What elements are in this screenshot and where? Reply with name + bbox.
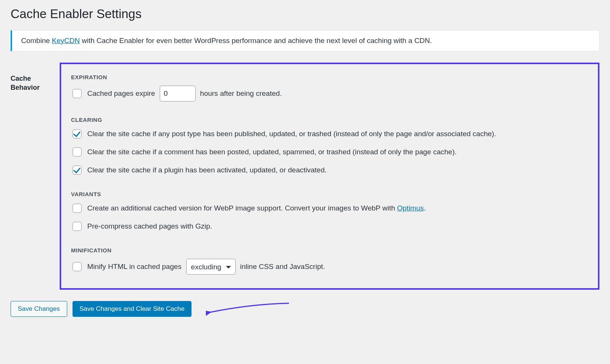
- variants-gzip-checkbox[interactable]: [73, 222, 82, 231]
- minification-heading: MINIFICATION: [71, 247, 588, 253]
- expiration-label-after: hours after being created.: [200, 89, 282, 99]
- optimus-link[interactable]: Optimus: [397, 204, 424, 212]
- variants-gzip-option: Pre-compress cached pages with Gzip.: [71, 221, 588, 232]
- clearing-plugin-checkbox[interactable]: [73, 166, 82, 175]
- variants-webp-checkbox[interactable]: [73, 204, 82, 213]
- variants-webp-label: Create an additional cached version for …: [87, 203, 426, 213]
- cache-behavior-row: Cache Behavior EXPIRATION Cached pages e…: [11, 63, 599, 290]
- clearing-plugin-label: Clear the site cache if a plugin has bee…: [87, 165, 327, 175]
- minification-select[interactable]: excluding: [186, 259, 236, 275]
- keycdn-link[interactable]: KeyCDN: [52, 37, 80, 45]
- save-button[interactable]: Save Changes: [11, 301, 67, 317]
- expiration-hours-input[interactable]: [160, 86, 196, 101]
- cache-behavior-panel: EXPIRATION Cached pages expire hours aft…: [60, 63, 599, 290]
- expiration-label-before: Cached pages expire: [87, 89, 155, 99]
- minification-label-after: inline CSS and JavaScript.: [240, 262, 325, 272]
- promo-notice: Combine KeyCDN with Cache Enabler for ev…: [11, 30, 599, 51]
- minification-option: Minify HTML in cached pages excluding in…: [71, 259, 588, 275]
- annotation-arrow: [206, 309, 289, 309]
- variants-webp-option: Create an additional cached version for …: [71, 203, 588, 214]
- expiration-option: Cached pages expire hours after being cr…: [71, 86, 588, 101]
- notice-text-before: Combine: [21, 37, 52, 45]
- clearing-option-comment: Clear the site cache if a comment has be…: [71, 146, 588, 158]
- clearing-comment-checkbox[interactable]: [73, 147, 82, 157]
- minification-checkbox[interactable]: [73, 262, 82, 271]
- notice-text-after: with Cache Enabler for even better WordP…: [80, 37, 432, 45]
- expiration-checkbox[interactable]: [73, 89, 82, 98]
- clearing-comment-label: Clear the site cache if a comment has be…: [87, 147, 457, 157]
- buttons-row: Save Changes Save Changes and Clear Site…: [11, 301, 599, 317]
- variants-heading: VARIANTS: [71, 191, 588, 197]
- minification-label-before: Minify HTML in cached pages: [87, 262, 182, 272]
- section-label: Cache Behavior: [11, 63, 60, 92]
- page-title: Cache Enabler Settings: [11, 7, 599, 21]
- clearing-heading: CLEARING: [71, 117, 588, 123]
- clearing-option-plugin: Clear the site cache if a plugin has bee…: [71, 164, 588, 176]
- settings-page: Cache Enabler Settings Combine KeyCDN wi…: [0, 0, 610, 332]
- clearing-post-checkbox[interactable]: [73, 129, 82, 138]
- save-and-clear-button[interactable]: Save Changes and Clear Site Cache: [73, 301, 192, 317]
- variants-gzip-label: Pre-compress cached pages with Gzip.: [87, 221, 212, 232]
- clearing-option-post: Clear the site cache if any post type ha…: [71, 128, 588, 140]
- expiration-heading: EXPIRATION: [71, 74, 588, 80]
- clearing-post-label: Clear the site cache if any post type ha…: [87, 129, 496, 139]
